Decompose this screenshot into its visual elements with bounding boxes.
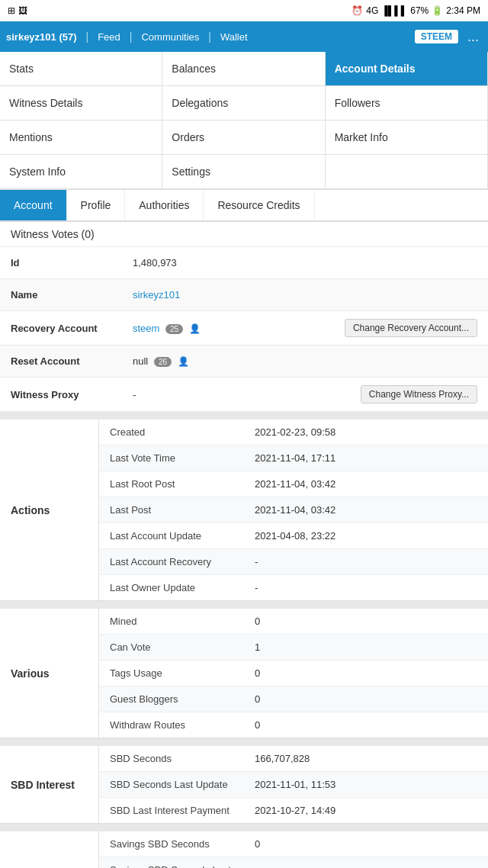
various-row-guest-bloggers: Guest Bloggers 0 [99, 686, 488, 712]
sbd-interest-label: SBD Interest [0, 746, 99, 823]
savings-label: Savings [0, 831, 99, 868]
actions-row-last-vote: Last Vote Time 2021-11-04, 17:11 [99, 445, 488, 471]
various-section: Various Mined 0 Can Vote 1 Tags Usage 0 … [0, 609, 488, 738]
tab-profile[interactable]: Profile [67, 190, 126, 220]
top-nav-right: STEEM ... [415, 29, 482, 45]
actions-row-last-account-update: Last Account Update 2021-04-08, 23:22 [99, 523, 488, 549]
more-options-button[interactable]: ... [464, 29, 482, 45]
reset-account-value: null [133, 355, 148, 367]
sbd-row-last-interest-payment: SBD Last Interest Payment 2021-10-27, 14… [99, 798, 488, 823]
withdraw-routes-value: 0 [255, 719, 260, 731]
change-witness-proxy-button[interactable]: Change Witness Proxy... [361, 385, 477, 403]
various-row-mined: Mined 0 [99, 609, 488, 635]
field-id-value: 1,480,973 [133, 257, 477, 268]
menu-witness-details[interactable]: Witness Details [0, 86, 162, 121]
savings-row-sbd-seconds: Savings SBD Seconds 0 [99, 831, 488, 857]
nav-wallet-link[interactable]: Wallet [220, 31, 248, 43]
various-row-withdraw-routes: Withdraw Routes 0 [99, 712, 488, 738]
actions-row-last-root-post: Last Root Post 2021-11-04, 03:42 [99, 471, 488, 497]
last-root-post-label: Last Root Post [110, 478, 255, 490]
nav-feed-link[interactable]: Feed [98, 31, 120, 43]
tags-usage-label: Tags Usage [110, 667, 255, 679]
field-id: Id 1,480,973 [0, 247, 488, 279]
last-post-label: Last Post [110, 504, 255, 516]
menu-account-details[interactable]: Account Details [326, 52, 488, 86]
sbd-seconds-last-update-label: SBD Seconds Last Update [110, 779, 255, 790]
signal-icon: ▐▌▌▌ [381, 5, 407, 16]
tab-resource-credits[interactable]: Resource Credits [204, 190, 314, 220]
various-label: Various [0, 609, 99, 738]
network-type: 4G [366, 5, 378, 16]
nav-username[interactable]: sirkeyz101 (57) [6, 31, 77, 43]
various-row-tags-usage: Tags Usage 0 [99, 661, 488, 686]
actions-row-last-post: Last Post 2021-11-04, 03:42 [99, 497, 488, 523]
status-bar: ⊞ 🖼 ⏰ 4G ▐▌▌▌ 67% 🔋 2:34 PM [0, 0, 488, 21]
sbd-seconds-label: SBD Seconds [110, 753, 255, 764]
alarm-icon: ⏰ [352, 5, 363, 16]
content-area: Id 1,480,973 Name sirkeyz101 Recovery Ac… [0, 247, 488, 868]
field-recovery-label: Recovery Account [11, 323, 133, 334]
field-reset-label: Reset Account [11, 355, 133, 367]
menu-empty [326, 155, 488, 189]
battery-icon: 🔋 [432, 5, 443, 16]
menu-balances[interactable]: Balances [162, 52, 325, 86]
nav-separator2: | [130, 31, 133, 43]
status-right: ⏰ 4G ▐▌▌▌ 67% 🔋 2:34 PM [352, 5, 480, 16]
sep-1 [0, 412, 488, 420]
field-witness-proxy-label: Witness Proxy [11, 389, 133, 400]
menu-stats[interactable]: Stats [0, 52, 162, 86]
sbd-row-seconds: SBD Seconds 166,707,828 [99, 746, 488, 772]
various-row-can-vote: Can Vote 1 [99, 635, 488, 661]
sbd-row-seconds-last-update: SBD Seconds Last Update 2021-11-01, 11:5… [99, 772, 488, 798]
field-name-value[interactable]: sirkeyz101 [133, 289, 477, 301]
sep-2 [0, 601, 488, 609]
field-name: Name sirkeyz101 [0, 279, 488, 311]
guest-bloggers-label: Guest Bloggers [110, 693, 255, 705]
sub-tabs: Account Profile Authorities Resource Cre… [0, 190, 488, 222]
sbd-interest-data: SBD Seconds 166,707,828 SBD Seconds Last… [99, 746, 488, 823]
status-left: ⊞ 🖼 [8, 5, 27, 16]
field-name-label: Name [11, 289, 133, 301]
savings-data: Savings SBD Seconds 0 Savings SBD Second… [99, 831, 488, 868]
actions-row-last-account-recovery: Last Account Recovery - [99, 549, 488, 575]
menu-delegations[interactable]: Delegations [162, 86, 325, 121]
savings-sbd-seconds-value: 0 [255, 838, 260, 850]
recovery-account-link[interactable]: steem [133, 323, 159, 334]
last-account-recovery-label: Last Account Recovery [110, 556, 255, 567]
nav-communities-link[interactable]: Communities [141, 31, 199, 43]
menu-orders[interactable]: Orders [162, 121, 325, 155]
witness-votes-row[interactable]: Witness Votes (0) [0, 222, 488, 247]
field-reset-account: Reset Account null 26 👤 [0, 346, 488, 378]
mined-label: Mined [110, 616, 255, 627]
menu-followers[interactable]: Followers [326, 86, 488, 121]
recovery-account-badge: 25 [165, 324, 183, 334]
main-menu: Stats Balances Account Details Witness D… [0, 52, 488, 190]
last-post-value: 2021-11-04, 03:42 [255, 504, 336, 516]
field-reset-value: null 26 👤 [133, 355, 477, 367]
tab-authorities[interactable]: Authorities [125, 190, 204, 220]
savings-row-sbd-seconds-last-update: Savings SBD Seconds Last Update - [99, 857, 488, 868]
reset-user-icon: 👤 [178, 356, 189, 367]
field-recovery-account: Recovery Account steem 25 👤 Change Recov… [0, 311, 488, 346]
menu-mentions[interactable]: Mentions [0, 121, 162, 155]
image-icon: 🖼 [18, 5, 27, 16]
sep-3 [0, 738, 488, 746]
last-vote-label: Last Vote Time [110, 452, 255, 464]
savings-sbd-seconds-label: Savings SBD Seconds [110, 838, 255, 850]
field-witness-proxy: Witness Proxy - Change Witness Proxy... [0, 378, 488, 412]
last-root-post-value: 2021-11-04, 03:42 [255, 478, 336, 490]
change-recovery-button[interactable]: Change Recovery Account... [345, 319, 477, 337]
steem-badge[interactable]: STEEM [415, 30, 458, 43]
menu-market-info[interactable]: Market Info [326, 121, 488, 155]
sbd-interest-section: SBD Interest SBD Seconds 166,707,828 SBD… [0, 746, 488, 824]
top-nav: sirkeyz101 (57) | Feed | Communities | W… [0, 21, 488, 52]
menu-settings[interactable]: Settings [162, 155, 325, 189]
last-owner-update-value: - [255, 582, 258, 593]
menu-system-info[interactable]: System Info [0, 155, 162, 189]
field-witness-proxy-value: - [133, 389, 361, 400]
tab-account[interactable]: Account [0, 190, 67, 220]
last-owner-update-label: Last Owner Update [110, 582, 255, 593]
can-vote-label: Can Vote [110, 641, 255, 653]
actions-data: Created 2021-02-23, 09:58 Last Vote Time… [99, 420, 488, 600]
sep-4 [0, 824, 488, 831]
